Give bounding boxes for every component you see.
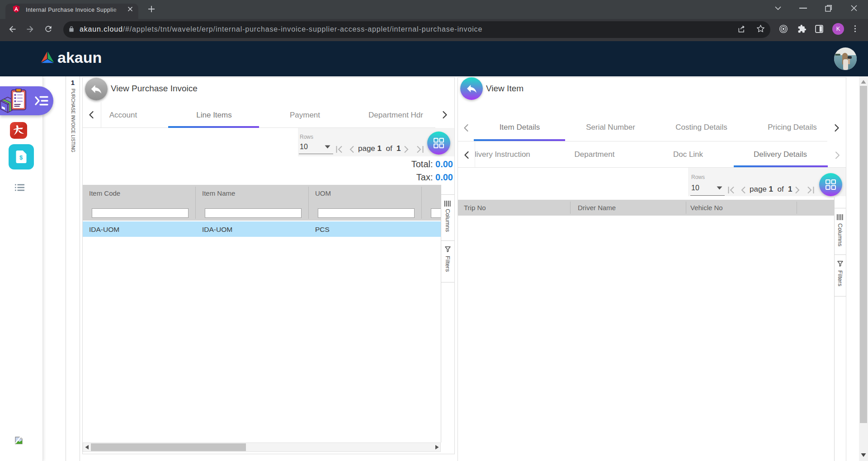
svg-text:$: $ [19,154,23,161]
